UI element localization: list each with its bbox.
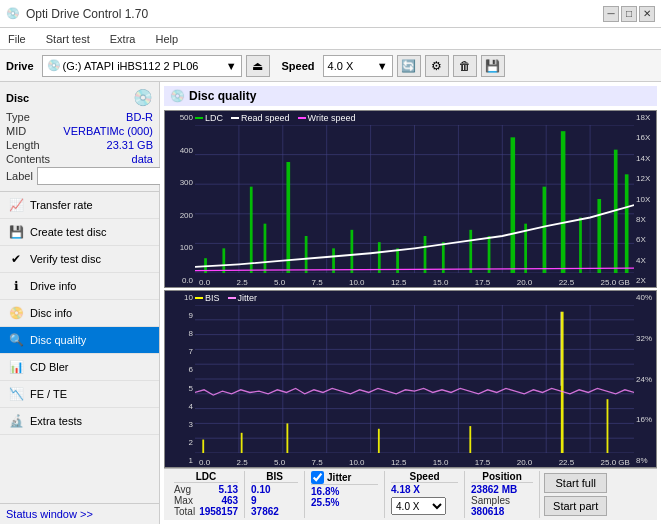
sidebar-item-cd-bler[interactable]: 📊 CD Bler xyxy=(0,354,159,381)
svg-rect-19 xyxy=(286,162,290,273)
position-stats: Position 23862 MB Samples 380618 xyxy=(465,471,540,518)
drive-selector[interactable]: 💿 (G:) ATAPI iHBS112 2 PL06 ▼ xyxy=(42,55,242,77)
ldc-max: 463 xyxy=(221,495,238,506)
bis-avg: 0.10 xyxy=(251,484,270,495)
status-window-label: Status window >> xyxy=(6,508,93,520)
title-bar: 💿 Opti Drive Control 1.70 ─ □ ✕ xyxy=(0,0,661,28)
speed-select[interactable]: 4.0 X 2.0 X 8.0 X xyxy=(391,497,446,515)
start-full-button[interactable]: Start full xyxy=(544,473,607,493)
sidebar-item-disc-quality[interactable]: 🔍 Disc quality xyxy=(0,327,159,354)
save-button[interactable]: 💾 xyxy=(481,55,505,77)
svg-rect-63 xyxy=(607,399,609,453)
bis-legend-dot xyxy=(195,297,203,299)
menu-bar: File Start test Extra Help xyxy=(0,28,661,50)
sidebar-item-extra-tests[interactable]: 🔬 Extra tests xyxy=(0,408,159,435)
position-value: 23862 MB xyxy=(471,484,517,495)
app-icon: 💿 xyxy=(6,7,20,20)
bis-chart: BIS Jitter 10 9 8 7 6 5 xyxy=(164,290,657,468)
ldc-total: 1958157 xyxy=(199,506,238,517)
disc-info-label: Disc info xyxy=(30,307,72,319)
speed-value: 4.18 X xyxy=(391,484,420,495)
samples-header: Samples xyxy=(471,495,510,506)
sidebar-item-fe-te[interactable]: 📉 FE / TE xyxy=(0,381,159,408)
maximize-button[interactable]: □ xyxy=(621,6,637,22)
ldc-chart-svg xyxy=(195,125,634,273)
disc-mid-value: VERBATIMc (000) xyxy=(63,125,153,137)
panel-header: 💿 Disc quality xyxy=(164,86,657,106)
refresh-button[interactable]: 🔄 xyxy=(397,55,421,77)
ldc-legend-dot xyxy=(195,117,203,119)
speed-selector[interactable]: 4.0 X ▼ xyxy=(323,55,393,77)
bis-total: 37862 xyxy=(251,506,279,517)
jitter-legend-label: Jitter xyxy=(238,293,258,303)
bis-legend-label: BIS xyxy=(205,293,220,303)
drive-label: Drive xyxy=(6,60,34,72)
svg-rect-34 xyxy=(597,199,601,273)
speed-dropdown-icon: ▼ xyxy=(377,60,388,72)
extra-tests-icon: 🔬 xyxy=(8,413,24,429)
charts-container: LDC Read speed Write speed 500 xyxy=(164,110,657,468)
disc-info-icon: 📀 xyxy=(8,305,24,321)
minimize-button[interactable]: ─ xyxy=(603,6,619,22)
menu-help[interactable]: Help xyxy=(151,31,182,47)
ldc-x-axis: 0.0 2.5 5.0 7.5 10.0 12.5 15.0 17.5 20.0… xyxy=(195,278,634,287)
erase-button[interactable]: 🗑 xyxy=(453,55,477,77)
jitter-stats: Jitter 16.8% 25.5% xyxy=(305,471,385,518)
ldc-header: LDC xyxy=(174,471,238,483)
extra-tests-label: Extra tests xyxy=(30,415,82,427)
ldc-avg: 5.13 xyxy=(219,484,238,495)
menu-start-test[interactable]: Start test xyxy=(42,31,94,47)
sidebar-item-transfer-rate[interactable]: 📈 Transfer rate xyxy=(0,192,159,219)
disc-quality-icon: 🔍 xyxy=(8,332,24,348)
create-test-disc-label: Create test disc xyxy=(30,226,106,238)
status-window-button[interactable]: Status window >> xyxy=(0,503,159,524)
disc-quality-label: Disc quality xyxy=(30,334,86,346)
cd-bler-icon: 📊 xyxy=(8,359,24,375)
readspeed-legend-label: Read speed xyxy=(241,113,290,123)
menu-file[interactable]: File xyxy=(4,31,30,47)
ldc-chart-legend: LDC Read speed Write speed xyxy=(195,113,355,123)
toolbar: Drive 💿 (G:) ATAPI iHBS112 2 PL06 ▼ ⏏ Sp… xyxy=(0,50,661,82)
speed-header: Speed xyxy=(391,471,458,483)
jitter-checkbox[interactable] xyxy=(311,471,324,484)
settings-button[interactable]: ⚙ xyxy=(425,55,449,77)
speed-value: 4.0 X xyxy=(328,60,375,72)
position-header: Position xyxy=(471,471,533,483)
eject-button[interactable]: ⏏ xyxy=(246,55,270,77)
svg-rect-18 xyxy=(264,224,267,273)
verify-test-disc-label: Verify test disc xyxy=(30,253,101,265)
disc-type-label: Type xyxy=(6,111,30,123)
bis-y-axis-right: 40% 32% 24% 16% 8% xyxy=(634,291,656,467)
menu-extra[interactable]: Extra xyxy=(106,31,140,47)
disc-quality-panel: 💿 Disc quality LDC Read speed xyxy=(160,82,661,524)
drive-icon: 💿 xyxy=(47,59,61,72)
main-content: Disc 💿 Type BD-R MID VERBATIMc (000) Len… xyxy=(0,82,661,524)
sidebar-item-verify-test-disc[interactable]: ✔ Verify test disc xyxy=(0,246,159,273)
bis-chart-svg xyxy=(195,305,634,453)
disc-label-label: Label xyxy=(6,170,33,182)
disc-label-input[interactable] xyxy=(37,167,170,185)
app-title: Opti Drive Control 1.70 xyxy=(26,7,148,21)
jitter-max: 25.5% xyxy=(311,497,339,508)
svg-rect-29 xyxy=(511,137,516,273)
start-part-button[interactable]: Start part xyxy=(544,496,607,516)
svg-rect-32 xyxy=(561,131,566,273)
ldc-y-axis-left: 500 400 300 200 100 0.0 xyxy=(165,111,195,287)
close-button[interactable]: ✕ xyxy=(639,6,655,22)
ldc-y-axis-right: 18X 16X 14X 12X 10X 8X 6X 4X 2X xyxy=(634,111,656,287)
stats-area: LDC Avg 5.13 Max 463 Total 1958157 xyxy=(164,468,657,520)
transfer-rate-label: Transfer rate xyxy=(30,199,93,211)
svg-rect-23 xyxy=(378,242,381,273)
ldc-stats: LDC Avg 5.13 Max 463 Total 1958157 xyxy=(168,471,245,518)
bis-y-axis-left: 10 9 8 7 6 5 4 3 2 1 xyxy=(165,291,195,467)
bis-header: BIS xyxy=(251,471,298,483)
disc-section-title: Disc xyxy=(6,92,29,104)
sidebar-item-disc-info[interactable]: 📀 Disc info xyxy=(0,300,159,327)
svg-rect-17 xyxy=(250,187,253,273)
content-area: 💿 Disc quality LDC Read speed xyxy=(160,82,661,524)
drive-info-label: Drive info xyxy=(30,280,76,292)
sidebar-item-create-test-disc[interactable]: 💾 Create test disc xyxy=(0,219,159,246)
create-test-disc-icon: 💾 xyxy=(8,224,24,240)
ldc-legend-label: LDC xyxy=(205,113,223,123)
sidebar-item-drive-info[interactable]: ℹ Drive info xyxy=(0,273,159,300)
